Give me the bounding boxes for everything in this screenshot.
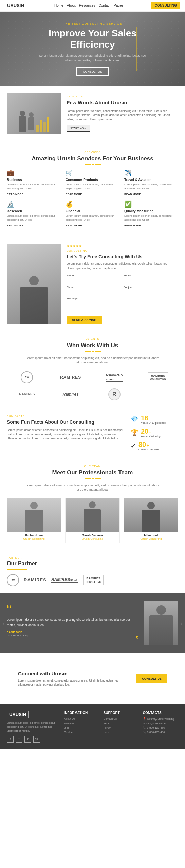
team-role-mike: Urusin Consulting: [124, 537, 178, 542]
travel-icon: ✈️: [124, 169, 178, 177]
service-travel-link[interactable]: READ MORE: [124, 193, 141, 196]
services-section: SERVICES Amazing Urusin Services For You…: [0, 140, 185, 237]
about-image-inner: [7, 93, 61, 134]
team-grid: Richard Lee Urusin Consulting Sarah Berv…: [7, 498, 178, 543]
team-photo-richard: [7, 498, 61, 532]
service-quality-link[interactable]: READ MORE: [124, 224, 141, 227]
footer-link-blog[interactable]: Blog: [64, 726, 99, 729]
social-twitter-icon[interactable]: t: [16, 736, 22, 743]
business-icon: 💼: [7, 169, 61, 177]
footer-brand-desc: Lorem ipsum dolor sit amet, consectetur …: [7, 721, 60, 733]
nav-resources[interactable]: Resources: [79, 4, 95, 7]
form-name-input[interactable]: [67, 278, 122, 283]
hero-description: Lorem ipsum dolor sit amet, consectetur …: [38, 54, 147, 63]
navbar-logo: URUSIN: [5, 2, 26, 9]
service-business-link[interactable]: READ MORE: [7, 193, 23, 196]
stat-cases-label: Cases Completed: [138, 448, 160, 451]
footer-link-faq[interactable]: FAQ: [104, 722, 139, 725]
form-phone-input[interactable]: [67, 289, 122, 295]
form-message-input[interactable]: [67, 301, 178, 311]
social-linkedin-icon[interactable]: in: [24, 736, 31, 743]
service-research-desc: Lorem ipsum dolor sit amet, consectetur …: [7, 214, 61, 221]
footer-link-services[interactable]: Services: [64, 722, 99, 725]
facts-stats: 💎 16 + Years Of Experience 🏆 20 + Awards…: [131, 415, 178, 451]
nav-contact[interactable]: Contact: [99, 4, 110, 7]
form-message-label: Message: [67, 297, 178, 300]
about-section: ABOUT US Few Words About Urusin Lorem ip…: [0, 86, 185, 140]
partner-ramires-2: RAMIRESStudio: [94, 371, 135, 384]
footer-link-contact-us[interactable]: Contact Us: [104, 717, 139, 721]
team-photo-mike: [124, 498, 178, 532]
form-submit-button[interactable]: SEND APPLYING: [67, 316, 102, 324]
social-google-icon[interactable]: g+: [33, 736, 40, 743]
team-card-richard: Richard Lee Urusin Consulting: [7, 498, 61, 543]
hero-cta-button[interactable]: CONSULT US: [76, 67, 109, 76]
consumer-icon: 🛒: [66, 169, 119, 177]
research-icon: 🔬: [7, 200, 61, 208]
stat-awards-number: 20: [141, 428, 148, 435]
stat-awards-label: Awards Winning: [141, 435, 161, 438]
footer-phone-2: 📞 0-800-123-456: [143, 731, 178, 734]
close-quote-icon: ”: [7, 637, 139, 642]
form-name-email-row: Name Email*: [67, 274, 178, 283]
service-quality-desc: Lorem ipsum dolor sit amet, consectetur …: [124, 214, 178, 221]
testimonial-next-button[interactable]: ›: [181, 620, 182, 626]
team-role-richard: Urusin Consulting: [7, 537, 61, 542]
service-travel: ✈️ Travel & Aviation Lorem ipsum dolor s…: [124, 169, 178, 196]
team-name-richard: Richard Lee: [7, 532, 61, 537]
who-divider: [7, 351, 178, 352]
footer-support-title: Support: [104, 711, 139, 715]
partner-logo-rm: RM: [7, 574, 19, 586]
stat-cases-number: 80: [138, 441, 146, 448]
team-divider: [7, 478, 178, 479]
about-read-more-button[interactable]: START NOW: [67, 125, 90, 132]
testimonial-quote: Lorem ipsum dolor sit amet, consectetur …: [7, 617, 139, 627]
form-subject-input[interactable]: [124, 289, 179, 295]
partner-logo-ramires2: RAMIRESStudio: [51, 577, 78, 583]
service-consumer-link[interactable]: READ MORE: [66, 193, 82, 196]
form-email-input[interactable]: [124, 278, 179, 283]
about-text: ABOUT US Few Words About Urusin Lorem ip…: [67, 95, 178, 132]
testimonial-prev-button[interactable]: ‹: [3, 620, 4, 626]
nav-home[interactable]: Home: [54, 4, 63, 7]
nav-about[interactable]: About: [67, 4, 76, 7]
consulting-tag: CONSULTING: [67, 249, 178, 252]
social-facebook-icon[interactable]: f: [7, 736, 14, 743]
footer-logo: URUSIN: [7, 711, 29, 718]
nav-pages[interactable]: Pages: [114, 4, 123, 7]
team-description: Lorem ipsum dolor sit amet, consectetur …: [25, 483, 161, 492]
footer-grid: URUSIN Lorem ipsum dolor sit amet, conse…: [7, 711, 178, 743]
form-name-field: Name: [67, 274, 122, 283]
service-business-desc: Lorem ipsum dolor sit amet, consectetur …: [7, 183, 61, 190]
facts-text-side: FUN FACTS Some Fun Facts About Our Consu…: [7, 415, 126, 451]
navbar-cta-button[interactable]: CONSULTING: [151, 2, 180, 9]
hero-title: Improve Your Sales Efficiency: [38, 27, 147, 50]
service-consumer-desc: Lorem ipsum dolor sit amet, consectetur …: [66, 183, 119, 190]
team-card-sarah: Sarah Bervera Urusin Consulting: [65, 498, 119, 543]
facts-description: Lorem ipsum dolor sit amet, consectetur …: [7, 428, 126, 441]
footer-phone-1: 📞 0-800-123-456: [143, 726, 178, 729]
footer-link-about[interactable]: About Us: [64, 717, 99, 721]
service-business-name: Business: [7, 178, 61, 182]
testimonial-photo: [144, 601, 178, 645]
form-subject-label: Subject: [124, 285, 179, 289]
partner-ramires-1: RAMIRES: [51, 371, 91, 384]
partner-b-circle: R: [94, 388, 135, 401]
form-phone-subject-row: Phone Subject: [67, 285, 178, 295]
partner-logos-row: RM RAMIRES RAMIRESStudio RAMIRESCONSULTI…: [7, 574, 178, 586]
stat-cases-suffix: +: [146, 442, 149, 448]
service-research-link[interactable]: READ MORE: [7, 224, 23, 227]
quality-icon: ✅: [124, 200, 178, 208]
social-icons: f t in g+: [7, 736, 60, 743]
footer-link-contact[interactable]: Contact: [64, 731, 99, 734]
service-financial-desc: Lorem ipsum dolor sit amet, consectetur …: [66, 214, 119, 221]
form-phone-field: Phone: [67, 285, 122, 295]
about-title: Few Words About Urusin: [67, 99, 178, 106]
service-financial-link[interactable]: READ MORE: [66, 224, 82, 227]
who-section: CLIENTS Who Work With Us Lorem ipsum dol…: [0, 331, 185, 408]
footer-link-forum[interactable]: Forum: [104, 726, 139, 729]
footer-link-help[interactable]: Help: [104, 731, 139, 734]
awards-icon: 🏆: [131, 429, 138, 436]
form-message-row: Message: [67, 297, 178, 312]
connect-cta-button[interactable]: CONSULT US: [136, 674, 167, 683]
